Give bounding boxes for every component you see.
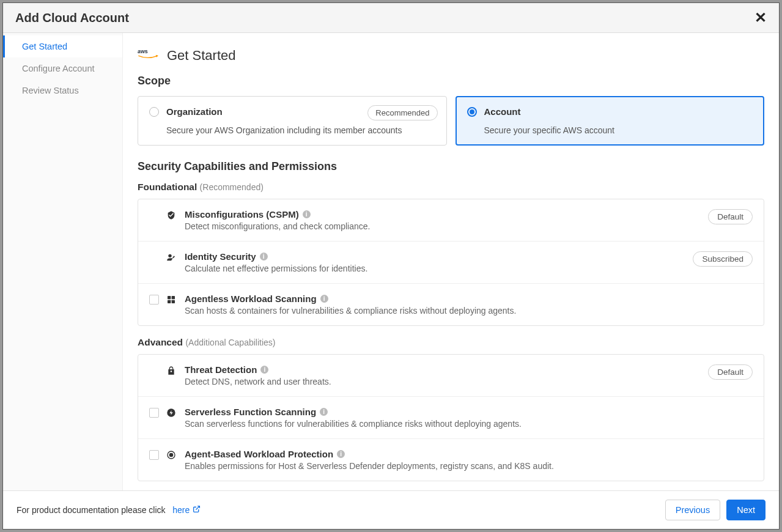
capability-checkbox[interactable] [149,295,159,305]
footer-buttons: Previous Next [665,500,765,520]
page-title: Get Started [167,48,236,64]
scope-cards: Organization Recommended Secure your AWS… [138,96,764,146]
info-icon[interactable]: i [320,295,328,303]
serverless-icon [166,408,177,420]
modal-header: Add Cloud Account ✕ [3,3,779,33]
svg-rect-5 [172,300,175,303]
info-icon[interactable]: i [260,253,268,260]
identity-icon [166,253,177,265]
modal-footer: For product documentation please click h… [3,490,779,529]
capability-title: Identity Security [185,251,256,262]
modal-body: Get Started Configure Account Review Sta… [3,33,779,490]
capability-title: Misconfigurations (CSPM) [185,209,299,220]
advanced-capability-list: Threat Detection i Detect DNS, network a… [138,354,764,481]
threat-icon [166,366,177,378]
wizard-sidebar: Get Started Configure Account Review Sta… [3,33,123,490]
sidebar-item-review-status[interactable]: Review Status [3,79,122,102]
scope-section-title: Scope [138,75,764,87]
main-content: aws Get Started Scope Organization Recom… [123,33,779,490]
svg-point-1 [168,254,171,257]
svg-point-8 [169,453,172,456]
capability-desc: Scan hosts & containers for vulnerabilit… [185,306,753,316]
scope-name: Account [484,106,521,117]
sidebar-item-configure-account[interactable]: Configure Account [3,57,122,79]
subscribed-badge: Subscribed [693,251,753,267]
external-link-icon [193,505,201,515]
capability-title: Agentless Workload Scanning [185,294,317,304]
documentation-link[interactable]: here [172,505,201,515]
sidebar-item-label: Configure Account [22,64,95,73]
capability-row-agent-based: Agent-Based Workload Protection i Enable… [138,439,764,481]
scope-name: Organization [166,106,223,117]
capability-title: Threat Detection [185,364,257,375]
radio-organization[interactable] [149,107,159,117]
info-icon[interactable]: i [260,366,268,374]
sidebar-item-get-started[interactable]: Get Started [3,35,122,57]
next-button[interactable]: Next [726,500,765,520]
scope-card-account[interactable]: Account Secure your specific AWS account [456,96,765,146]
documentation-text: For product documentation please click h… [17,505,201,515]
capability-row-cspm: Misconfigurations (CSPM) i Detect miscon… [138,199,764,242]
svg-rect-4 [168,300,171,303]
capability-title: Serverless Function Scanning [185,407,316,417]
advanced-label: Advanced (Additional Capabilities) [138,337,764,348]
previous-button[interactable]: Previous [665,500,720,520]
info-icon[interactable]: i [303,210,311,218]
default-badge: Default [708,209,753,224]
capabilities-section-title: Security Capabilities and Permissions [138,160,764,173]
capability-row-threat-detection: Threat Detection i Detect DNS, network a… [138,355,764,397]
scope-desc: Secure your AWS Organization including i… [149,125,435,135]
capability-desc: Detect misconfigurations, and check comp… [185,221,701,231]
capability-desc: Scan serverless functions for vulnerabil… [185,419,753,429]
radio-account[interactable] [467,107,477,117]
aws-logo-icon: aws [138,48,158,64]
sidebar-item-label: Get Started [22,42,67,51]
capability-title: Agent-Based Workload Protection [185,449,333,459]
svg-rect-2 [168,296,171,299]
default-badge: Default [708,364,753,380]
svg-text:aws: aws [138,48,148,54]
capability-checkbox[interactable] [149,408,159,418]
page-header: aws Get Started [138,48,764,64]
info-icon[interactable]: i [320,408,328,416]
foundational-capability-list: Misconfigurations (CSPM) i Detect miscon… [138,199,764,326]
modal-title: Add Cloud Account [15,11,129,25]
scope-card-organization[interactable]: Organization Recommended Secure your AWS… [138,96,447,146]
info-icon[interactable]: i [337,450,345,458]
svg-rect-3 [172,296,175,299]
agent-icon [166,450,177,462]
capability-row-serverless: Serverless Function Scanning i Scan serv… [138,397,764,439]
cspm-icon [166,210,177,223]
capability-desc: Enables permissions for Host & Serverles… [185,461,753,471]
workload-icon [166,295,177,307]
capability-desc: Calculate net effective permissions for … [185,264,685,273]
capability-checkbox[interactable] [149,450,159,460]
add-cloud-account-modal: Add Cloud Account ✕ Get Started Configur… [2,2,780,530]
foundational-label: Foundational (Recommended) [138,182,764,193]
capability-desc: Detect DNS, network and user threats. [185,377,701,386]
recommended-badge: Recommended [367,105,437,120]
capability-row-identity: Identity Security i Calculate net effect… [138,242,764,284]
scope-desc: Secure your specific AWS account [467,125,753,135]
close-button[interactable]: ✕ [754,10,767,25]
sidebar-item-label: Review Status [22,86,79,95]
capability-row-agentless-workload: Agentless Workload Scanning i Scan hosts… [138,284,764,325]
